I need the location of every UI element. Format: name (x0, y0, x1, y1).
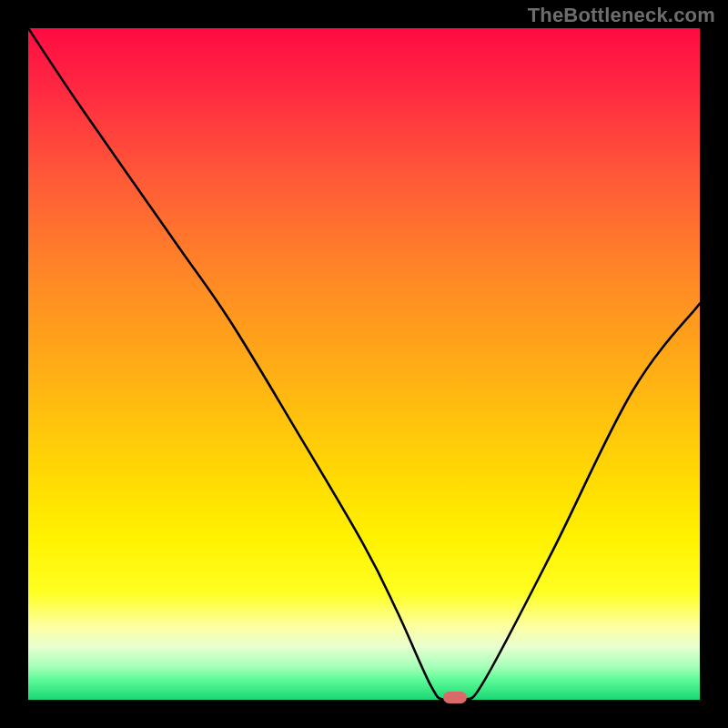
bottleneck-curve (28, 28, 700, 700)
plot-area (28, 28, 700, 700)
optimal-point-marker (443, 692, 467, 703)
chart-container: TheBottleneck.com (0, 0, 728, 728)
watermark-label: TheBottleneck.com (528, 4, 715, 27)
